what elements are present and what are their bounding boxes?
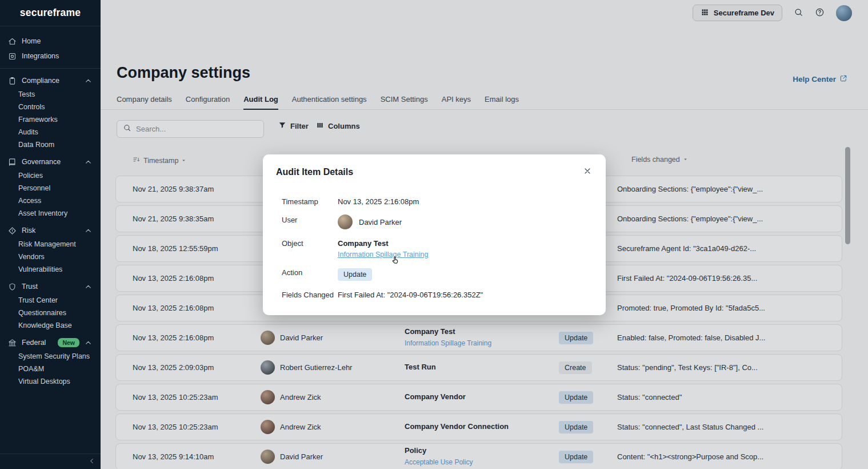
compliance-icon	[8, 77, 17, 85]
modal-header: Audit Item Details	[263, 154, 606, 177]
integrations-icon	[8, 52, 17, 61]
user-name: David Parker	[359, 218, 402, 226]
sidebar-item-personnel[interactable]: Personnel	[0, 182, 101, 194]
chevron-up-icon	[84, 339, 93, 347]
sidebar-item-label: Virtual Desktops	[18, 377, 70, 385]
chevron-left-icon	[89, 458, 95, 466]
sidebar-item-home[interactable]: Home	[0, 34, 101, 49]
action-badge: Update	[338, 268, 372, 281]
sidebar-item-label: Trust	[22, 283, 38, 291]
home-icon	[8, 37, 17, 46]
chevron-up-icon	[84, 77, 93, 85]
sidebar-item-label: Compliance	[22, 77, 59, 85]
sidebar-item-controls[interactable]: Controls	[0, 101, 101, 113]
sidebar-item-label: Risk	[22, 226, 35, 234]
field-label: Fields Changed	[282, 289, 338, 299]
sidebar: secureframe HomeIntegrationsComplianceTe…	[0, 0, 101, 469]
sidebar-item-compliance[interactable]: Compliance	[0, 73, 101, 88]
sidebar-item-audits[interactable]: Audits	[0, 126, 101, 138]
sidebar-collapse-button[interactable]	[89, 458, 95, 466]
sidebar-item-label: System Security Plans	[18, 352, 90, 360]
avatar	[338, 214, 353, 229]
trust-icon	[8, 283, 17, 291]
governance-icon	[8, 158, 17, 166]
sidebar-item-label: Trust Center	[18, 296, 58, 304]
sidebar-item-label: Controls	[18, 103, 45, 111]
main-content: Secureframe Dev Company settings Help Ce…	[101, 0, 868, 469]
sidebar-item-label: Governance	[22, 158, 61, 166]
sidebar-item-label: Home	[22, 37, 41, 45]
sidebar-footer	[0, 454, 101, 469]
object-link[interactable]: Information Spillage Training	[338, 251, 428, 259]
modal-row-timestamp: Timestamp Nov 13, 2025 2:16:08pm	[282, 196, 592, 206]
sidebar-item-label: Asset Inventory	[18, 209, 67, 217]
secureframe-logo: secureframe	[0, 0, 101, 26]
sidebar-item-data-room[interactable]: Data Room	[0, 138, 101, 151]
sidebar-nav: HomeIntegrationsComplianceTestsControlsF…	[0, 26, 101, 388]
sidebar-item-label: Federal	[22, 339, 46, 347]
modal-row-action: Action Update	[282, 267, 592, 281]
app-root: secureframe HomeIntegrationsComplianceTe…	[0, 0, 868, 469]
sidebar-item-label: Questionnaires	[18, 309, 66, 317]
sidebar-item-label: Data Room	[18, 141, 54, 149]
chevron-up-icon	[84, 158, 93, 166]
sidebar-item-tests[interactable]: Tests	[0, 88, 101, 101]
fields-changed-value: First Failed At: "2024-09-06T19:56:26.35…	[338, 289, 483, 299]
sidebar-item-integrations[interactable]: Integrations	[0, 49, 101, 63]
timestamp-value: Nov 13, 2025 2:16:08pm	[338, 196, 419, 206]
sidebar-item-label: Vendors	[18, 253, 45, 261]
sidebar-item-label: Frameworks	[18, 116, 58, 124]
user-value: David Parker	[338, 214, 402, 229]
new-badge: New	[58, 338, 79, 347]
sidebar-divider	[0, 68, 101, 69]
modal-row-fields-changed: Fields Changed First Failed At: "2024-09…	[282, 289, 592, 299]
federal-icon	[8, 339, 17, 347]
sidebar-item-trust-center[interactable]: Trust Center	[0, 294, 101, 307]
sidebar-item-trust[interactable]: Trust	[0, 279, 101, 294]
sidebar-item-virtual-desktops[interactable]: Virtual Desktops	[0, 375, 101, 388]
sidebar-item-federal[interactable]: FederalNew	[0, 335, 101, 350]
sidebar-item-knowledge-base[interactable]: Knowledge Base	[0, 319, 101, 332]
sidebar-item-risk-management[interactable]: Risk Management	[0, 238, 101, 251]
sidebar-item-access[interactable]: Access	[0, 194, 101, 207]
sidebar-item-frameworks[interactable]: Frameworks	[0, 113, 101, 126]
risk-icon	[8, 226, 17, 235]
object-value: Company Test Information Spillage Traini…	[338, 238, 428, 259]
sidebar-item-label: Vulnerabilities	[18, 265, 62, 273]
sidebar-item-system-security-plans[interactable]: System Security Plans	[0, 350, 101, 363]
modal-body: Timestamp Nov 13, 2025 2:16:08pm User Da…	[263, 177, 606, 299]
field-label: Object	[282, 238, 338, 248]
close-x-glyph	[583, 166, 592, 177]
sidebar-item-label: Tests	[18, 90, 35, 98]
modal-title: Audit Item Details	[276, 167, 353, 177]
sidebar-item-label: Access	[18, 197, 41, 205]
sidebar-item-governance[interactable]: Governance	[0, 154, 101, 169]
sidebar-item-label: Personnel	[18, 184, 50, 192]
sidebar-item-label: Knowledge Base	[18, 321, 72, 329]
sidebar-item-label: POA&M	[18, 365, 44, 373]
chevron-up-icon	[84, 226, 93, 235]
field-label: User	[282, 214, 338, 224]
object-name: Company Test	[338, 239, 428, 248]
sidebar-item-label: Integrations	[22, 52, 59, 60]
field-label: Timestamp	[282, 196, 338, 206]
sidebar-item-policies[interactable]: Policies	[0, 169, 101, 182]
chevron-up-icon	[84, 283, 93, 291]
sidebar-item-label: Audits	[18, 128, 38, 136]
sidebar-item-label: Risk Management	[18, 240, 76, 248]
sidebar-item-vendors[interactable]: Vendors	[0, 251, 101, 263]
modal-row-user: User David Parker	[282, 214, 592, 229]
modal-row-object: Object Company Test Information Spillage…	[282, 238, 592, 259]
close-icon[interactable]	[583, 166, 592, 177]
sidebar-item-questionnaires[interactable]: Questionnaires	[0, 307, 101, 319]
sidebar-item-poa-m[interactable]: POA&M	[0, 363, 101, 375]
field-label: Action	[282, 267, 338, 277]
sidebar-item-label: Policies	[18, 172, 43, 180]
sidebar-item-vulnerabilities[interactable]: Vulnerabilities	[0, 263, 101, 276]
action-value: Update	[338, 267, 372, 281]
audit-item-details-modal: Audit Item Details Timestamp Nov 13, 202…	[263, 154, 606, 315]
sidebar-item-risk[interactable]: Risk	[0, 223, 101, 238]
sidebar-item-asset-inventory[interactable]: Asset Inventory	[0, 207, 101, 220]
